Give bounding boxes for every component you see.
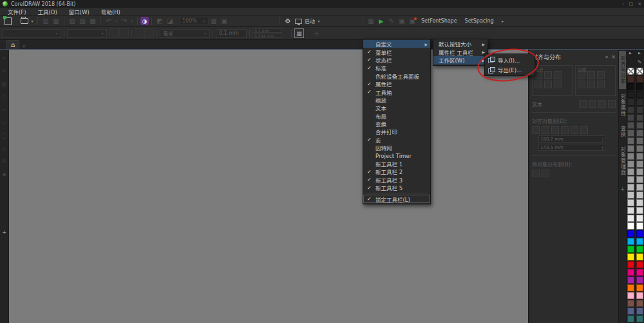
- color-swatch-22[interactable]: [627, 246, 634, 253]
- align-x-field[interactable]: 180.2 mm ▴▾: [538, 135, 605, 142]
- menu-item-19[interactable]: ✓锁定工具栏(L): [363, 195, 430, 202]
- portrait-button[interactable]: [109, 28, 119, 38]
- docker-pin-icon[interactable]: «: [605, 54, 608, 60]
- color-swatch-0[interactable]: [627, 75, 634, 83]
- menu-item-9[interactable]: 布局: [363, 112, 430, 120]
- color-swatch-25[interactable]: [636, 269, 643, 276]
- docker-tab-0[interactable]: 对齐与分布: [619, 51, 627, 89]
- color-swatch-19[interactable]: [627, 222, 634, 230]
- menu-item-2[interactable]: ✓状态栏: [363, 56, 430, 64]
- paste-button[interactable]: ▩: [88, 17, 98, 26]
- flyout-item-0[interactable]: 导入(I)...: [485, 55, 535, 65]
- color-swatch-28[interactable]: [636, 292, 643, 299]
- menu-item-11[interactable]: 合并打印: [363, 128, 430, 135]
- ellipse-tool[interactable]: ◯: [1, 132, 8, 139]
- distribute-button-1[interactable]: [587, 71, 595, 79]
- palette-flyout-icon[interactable]: ▶: [638, 50, 641, 56]
- all-pages-button[interactable]: [135, 28, 144, 38]
- undo-caret-icon[interactable]: ▾: [114, 19, 119, 23]
- menu-item-12[interactable]: ✓宏: [363, 136, 430, 144]
- color-swatch-7[interactable]: [627, 130, 634, 137]
- freehand-tool[interactable]: ~: [1, 106, 8, 113]
- launch-button[interactable]: 启动: [303, 17, 316, 24]
- align-button-4[interactable]: [544, 81, 552, 88]
- color-swatch-26[interactable]: [636, 277, 643, 284]
- shape-tool[interactable]: ✎: [1, 68, 8, 75]
- text-align-button-2[interactable]: [598, 100, 606, 108]
- new-document-button[interactable]: [3, 17, 13, 26]
- color-swatch-14[interactable]: [636, 184, 643, 191]
- align-to-button-0[interactable]: [532, 126, 540, 134]
- submenu-item-2[interactable]: 工作区(W)▶: [433, 56, 488, 64]
- color-swatch-29[interactable]: [627, 300, 634, 307]
- page-size-combo[interactable]: ▾: [2, 29, 61, 38]
- menu-item-8[interactable]: 文本: [363, 104, 430, 112]
- copy-button[interactable]: ▨: [77, 17, 88, 26]
- color-swatch-24[interactable]: [636, 261, 643, 268]
- cut-button[interactable]: ▧: [67, 17, 77, 26]
- color-swatch-24[interactable]: [627, 261, 634, 268]
- distribute-button-5[interactable]: [597, 81, 605, 88]
- duplicate-x-field[interactable]: 0.1 mm: [252, 28, 282, 33]
- macro-manager-button[interactable]: ▣: [397, 17, 407, 26]
- color-swatch-8[interactable]: [627, 137, 634, 144]
- color-swatch-0[interactable]: [636, 75, 643, 83]
- import-button[interactable]: ◩: [155, 17, 165, 26]
- submenu-item-0[interactable]: 默认按钮大小▶: [433, 40, 488, 48]
- menubar-item-3[interactable]: 帮助(H): [96, 8, 126, 15]
- color-swatch-27[interactable]: [636, 284, 643, 291]
- color-swatch-11[interactable]: [636, 161, 643, 168]
- maximize-button[interactable]: ▢: [629, 1, 634, 6]
- color-swatch-1[interactable]: [636, 83, 643, 90]
- crop-tool[interactable]: ▧: [1, 81, 8, 88]
- units-combo[interactable]: 毫米 ▾: [160, 29, 210, 38]
- menu-item-15[interactable]: 新工具栏 1: [363, 160, 430, 168]
- toolbox-add-button[interactable]: +: [1, 229, 8, 236]
- text-align-button-0[interactable]: [579, 100, 587, 108]
- align-to-button-5[interactable]: [580, 126, 588, 134]
- eyedropper-icon[interactable]: ✎: [638, 56, 642, 68]
- color-swatch-21[interactable]: [627, 238, 634, 245]
- fill-tool[interactable]: ◆: [1, 171, 8, 178]
- color-swatch-16[interactable]: [636, 199, 643, 206]
- edit-macro-button[interactable]: ✎: [386, 17, 397, 26]
- align-button-3[interactable]: [535, 81, 542, 88]
- color-swatch-6[interactable]: [627, 122, 634, 129]
- text-align-button-3[interactable]: [608, 100, 616, 108]
- color-swatch-3[interactable]: [627, 99, 634, 106]
- menu-item-6[interactable]: ✓工具箱: [363, 88, 430, 95]
- menu-item-18[interactable]: ✓新工具栏 5: [363, 184, 430, 191]
- undo-button[interactable]: ↶: [104, 17, 114, 26]
- zoom-level-combo[interactable]: 100% ▾: [179, 17, 209, 25]
- align-button-2[interactable]: [554, 71, 562, 79]
- color-swatch-1[interactable]: [627, 83, 634, 90]
- get-content-button[interactable]: ◑: [140, 17, 149, 25]
- no-color-swatch[interactable]: [636, 68, 643, 75]
- color-swatch-5[interactable]: [627, 114, 634, 121]
- text-tool[interactable]: A: [1, 158, 8, 165]
- macro-grid-button[interactable]: ▦: [366, 17, 376, 26]
- align-button-5[interactable]: [554, 81, 562, 88]
- drawing-canvas[interactable]: [9, 50, 528, 323]
- export-button[interactable]: ◪: [165, 17, 175, 26]
- redo-button[interactable]: ↷: [119, 17, 129, 26]
- record-macro-button[interactable]: ▣: [407, 17, 417, 26]
- duplicate-y-field[interactable]: 0.254 mm: [252, 34, 282, 38]
- color-swatch-30[interactable]: [627, 308, 634, 315]
- launch-caret-icon[interactable]: ▾: [316, 19, 321, 23]
- align-to-button-2[interactable]: [551, 126, 559, 134]
- align-button-1[interactable]: [544, 71, 552, 79]
- setspacing-button[interactable]: SetSpacing: [461, 18, 498, 24]
- color-swatch-18[interactable]: [627, 215, 634, 222]
- rulers-button[interactable]: ▣: [219, 17, 229, 26]
- nudge-distance-field[interactable]: 0.1 mm: [216, 29, 247, 38]
- menu-item-0[interactable]: 自定义▶: [363, 40, 430, 48]
- color-swatch-15[interactable]: [627, 191, 634, 199]
- color-swatch-2[interactable]: [627, 91, 634, 98]
- redo-caret-icon[interactable]: ▾: [129, 19, 135, 23]
- distribute-button-2[interactable]: [597, 71, 605, 79]
- menubar-item-2[interactable]: 窗口(W): [64, 8, 95, 15]
- menu-item-1[interactable]: ✓菜单栏: [363, 48, 430, 55]
- toolbar-overflow-icon[interactable]: ▸: [500, 19, 506, 23]
- color-swatch-7[interactable]: [636, 130, 643, 137]
